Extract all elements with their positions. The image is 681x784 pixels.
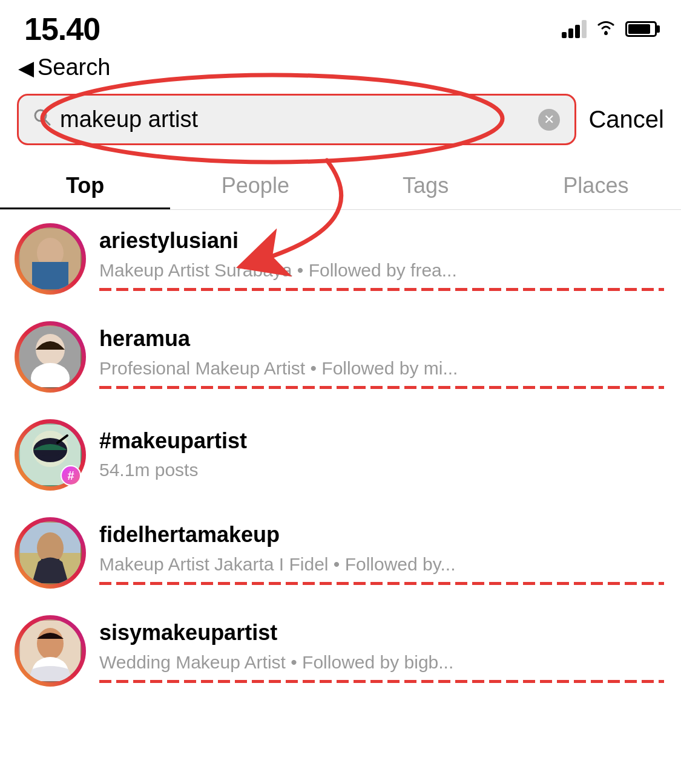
battery-icon xyxy=(625,21,657,37)
list-item[interactable]: sisymakeupartist Wedding Makeup Artist •… xyxy=(17,602,664,700)
avatar xyxy=(17,324,84,390)
hashtag-badge: # xyxy=(61,465,81,486)
signal-icon xyxy=(562,20,587,38)
avatar: # xyxy=(17,422,84,488)
annotation-dashes xyxy=(99,288,664,291)
result-info: #makeupartist 54.1m posts xyxy=(99,427,664,483)
search-tabs: Top People Tags Places xyxy=(0,160,681,210)
back-nav[interactable]: ◀ Search xyxy=(0,52,681,88)
status-time: 15.40 xyxy=(24,11,100,47)
result-info: sisymakeupartist Wedding Makeup Artist •… xyxy=(99,619,664,683)
wifi-icon xyxy=(595,19,617,40)
avatar xyxy=(17,618,84,684)
list-item[interactable]: fidelhertamakeup Makeup Artist Jakarta I… xyxy=(17,504,664,602)
list-item[interactable]: heramua Profesional Makeup Artist • Foll… xyxy=(17,308,664,406)
result-username: sisymakeupartist xyxy=(99,619,664,647)
search-clear-button[interactable]: ✕ xyxy=(538,109,560,131)
svg-rect-6 xyxy=(32,262,68,289)
result-info: heramua Profesional Makeup Artist • Foll… xyxy=(99,325,664,389)
status-bar: 15.40 xyxy=(0,0,681,52)
result-subtitle: Makeup Artist Jakarta I Fidel • Followed… xyxy=(99,552,664,577)
result-username: #makeupartist xyxy=(99,427,664,456)
svg-line-2 xyxy=(45,120,50,125)
result-subtitle: 54.1m posts xyxy=(99,457,664,483)
result-username: ariestylusiani xyxy=(99,227,664,255)
search-query: makeup artist xyxy=(60,106,530,132)
tab-places[interactable]: Places xyxy=(511,160,681,209)
result-subtitle: Wedding Makeup Artist • Followed by bigb… xyxy=(99,650,664,675)
tab-top[interactable]: Top xyxy=(0,160,170,209)
tab-people[interactable]: People xyxy=(170,160,340,209)
annotation-dashes xyxy=(99,680,664,683)
cancel-button[interactable]: Cancel xyxy=(588,106,664,133)
svg-point-19 xyxy=(37,628,64,659)
result-info: ariestylusiani Makeup Artist Surabaya • … xyxy=(99,227,664,291)
search-icon xyxy=(33,108,51,131)
search-area: makeup artist ✕ Cancel xyxy=(0,88,681,155)
back-arrow-icon: ◀ xyxy=(18,56,34,80)
search-bar[interactable]: makeup artist ✕ xyxy=(17,94,576,145)
tab-tags[interactable]: Tags xyxy=(341,160,511,209)
result-username: heramua xyxy=(99,325,664,353)
status-icons xyxy=(562,19,657,40)
avatar xyxy=(17,226,84,292)
result-list: ariestylusiani Makeup Artist Surabaya • … xyxy=(0,210,681,700)
annotation-dashes xyxy=(99,386,664,389)
annotation-dashes xyxy=(99,582,664,585)
search-bar-wrapper: makeup artist ✕ xyxy=(17,94,576,145)
result-subtitle: Profesional Makeup Artist • Followed by … xyxy=(99,356,664,381)
result-username: fidelhertamakeup xyxy=(99,521,664,549)
svg-point-0 xyxy=(604,31,608,35)
list-item[interactable]: # #makeupartist 54.1m posts xyxy=(17,406,664,504)
result-info: fidelhertamakeup Makeup Artist Jakarta I… xyxy=(99,521,664,585)
back-label: Search xyxy=(38,54,110,80)
result-subtitle: Makeup Artist Surabaya • Followed by fre… xyxy=(99,258,664,283)
avatar xyxy=(17,520,84,586)
list-item[interactable]: ariestylusiani Makeup Artist Surabaya • … xyxy=(17,210,664,308)
